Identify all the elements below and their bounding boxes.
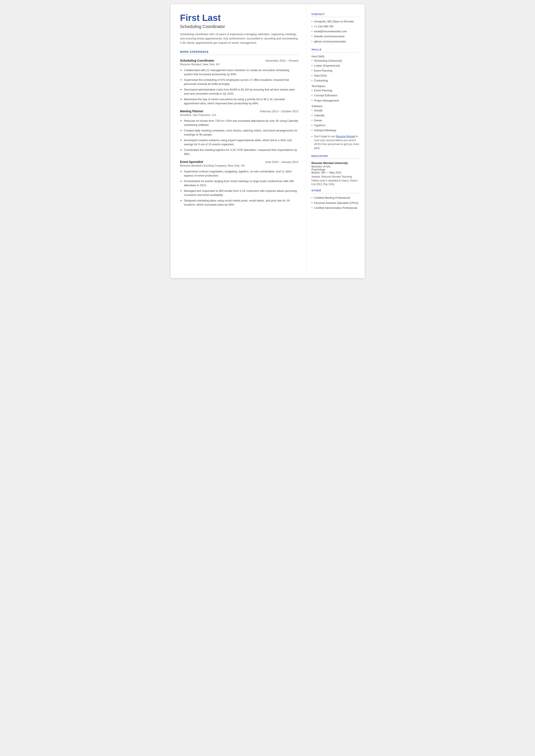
resume-worded-note: Don't forget to use Resume Worded to sca… xyxy=(312,134,359,150)
other-divider xyxy=(312,193,359,193)
contact-item: Annapolis, MD (Open to Remote) xyxy=(312,20,359,23)
job-header-3: Event Specialist June 2010 – January 201… xyxy=(180,160,298,164)
skill-item: Event Planning xyxy=(312,89,359,93)
other-heading: OTHER xyxy=(312,189,359,192)
skill-item: Genee xyxy=(312,119,359,123)
job-title-1: Scheduling Coordinator xyxy=(180,59,214,62)
job-bullet: Decreased administrative costs from $10M… xyxy=(180,88,298,96)
hard-skills-label: Hard Skills: xyxy=(312,55,359,58)
job-bullets-3: Supervised contract negotiation, budgeti… xyxy=(180,169,298,207)
contact-heading: CONTACT xyxy=(312,13,359,15)
job-company-3: Resume Worded's Exciting Company, New Yo… xyxy=(180,164,298,167)
job-dates-1: November 2015 – Present xyxy=(266,59,298,62)
skill-item: Event Planning xyxy=(312,69,359,72)
job-bullet: Supervised contract negotiation, budgeti… xyxy=(180,169,298,178)
skill-item: Typeform xyxy=(312,124,359,127)
software-list: Doodle Calendly Genee Typeform HubSpot M… xyxy=(312,109,359,132)
work-experience-divider xyxy=(180,55,298,55)
resume-page: First Last Scheduling Coordinator Schedu… xyxy=(171,4,365,278)
skill-item: Data Entry xyxy=(312,74,359,78)
job-title-2: Meeting Planner xyxy=(180,109,203,113)
other-item: Certified Administrative Professional. xyxy=(312,206,359,210)
job-header-2: Meeting Planner February 2013 – October … xyxy=(180,109,298,113)
hard-skills-block: Hard Skills: Scheduling (Advanced) Looke… xyxy=(312,55,359,83)
job-bullet: Collaborated with 21 management team mem… xyxy=(180,68,298,76)
contact-divider xyxy=(312,17,359,17)
right-column: CONTACT Annapolis, MD (Open to Remote) +… xyxy=(306,4,365,278)
resume-worded-link[interactable]: Resume Worded xyxy=(336,135,355,138)
other-list: Certified Meeting Professional. Personal… xyxy=(312,196,359,210)
skill-item: Scheduling (Advanced) xyxy=(312,59,359,63)
job-company-1: Resume Worded, New York, NY xyxy=(180,63,298,66)
contact-list: Annapolis, MD (Open to Remote) +1-234-45… xyxy=(312,20,359,43)
contact-item: email@resumeworded.com xyxy=(312,30,359,33)
software-block: Software: Doodle Calendly Genee Typeform… xyxy=(312,105,359,132)
education-heading: EDUCATION xyxy=(312,155,359,157)
job-bullets-1: Collaborated with 21 management team mem… xyxy=(180,68,298,106)
skill-item: Calendly xyxy=(312,114,359,118)
contact-item: linkedin.com/in/username xyxy=(312,35,359,38)
software-label: Software: xyxy=(312,105,359,108)
skills-heading: SKILLS xyxy=(312,48,359,51)
techniques-label: Techniques: xyxy=(312,85,359,88)
job-dates-2: February 2013 – October 2015 xyxy=(260,110,298,113)
job-bullet: Designed marketing plans using social me… xyxy=(180,199,298,207)
techniques-block: Techniques: Event Planning Concept Estim… xyxy=(312,85,359,102)
field: Psychology xyxy=(312,168,359,171)
other-item: Personal Assistant Specialist (CPAS). xyxy=(312,201,359,205)
skill-item: Looker (Experienced) xyxy=(312,64,359,68)
job-dates-3: June 2010 – January 2013 xyxy=(265,160,298,164)
skill-item: Doodle xyxy=(312,109,359,113)
summary-text: Scheduling coordinator with 10 years of … xyxy=(180,32,298,45)
job-bullet: Developed creative solutions using exper… xyxy=(180,138,298,147)
job-company-2: Growthsi, San Francisco, CA xyxy=(180,113,298,117)
job-bullet: Supervised the scheduling of 670 employe… xyxy=(180,78,298,86)
candidate-title: Scheduling Coordinator xyxy=(180,24,298,29)
other-item: Certified Meeting Professional. xyxy=(312,196,359,200)
edu-awards: Awards: Resume Worded Teaching Fellow (o… xyxy=(312,175,359,186)
edu-location-date: Boston, MA — May 2010 xyxy=(312,171,359,174)
skill-item: HubSpot Meetings xyxy=(312,128,359,132)
skill-item: Concept Estimation xyxy=(312,94,359,98)
skills-divider xyxy=(312,52,359,52)
skill-item: Project Management xyxy=(312,99,359,102)
job-bullet: Reduced no-shows from 72% to <10% and in… xyxy=(180,119,298,127)
hard-skills-list: Scheduling (Advanced) Looker (Experience… xyxy=(312,59,359,83)
job-bullet: Created daily meeting schedules, room bl… xyxy=(180,128,298,137)
work-experience-heading: WORK EXPERIENCE xyxy=(180,50,298,53)
contact-item: github.com/resumeworded xyxy=(312,40,359,43)
techniques-list: Event Planning Concept Estimation Projec… xyxy=(312,89,359,102)
university-name: Resume Worded University xyxy=(312,161,359,165)
job-title-3: Event Specialist xyxy=(180,160,203,164)
job-bullet: Managed and responded to 850 emails from… xyxy=(180,189,298,197)
job-bullet: Maximized the day of senior executives b… xyxy=(180,97,298,106)
education-block: Resume Worded University Bachelor of Art… xyxy=(312,161,359,186)
left-column: First Last Scheduling Coordinator Schedu… xyxy=(171,4,306,278)
job-bullets-2: Reduced no-shows from 72% to <10% and in… xyxy=(180,119,298,156)
contact-item: +1-234-456-789 xyxy=(312,25,359,28)
skill-item: Contracting xyxy=(312,79,359,83)
job-bullet: Coordinated the meeting logistics for 3.… xyxy=(180,148,298,156)
candidate-name: First Last xyxy=(180,13,298,23)
job-header-1: Scheduling Coordinator November 2015 – P… xyxy=(180,59,298,62)
job-bullet: Orchestrated 43 events ranging from smal… xyxy=(180,179,298,187)
degree: Bachelor of Arts xyxy=(312,165,359,168)
